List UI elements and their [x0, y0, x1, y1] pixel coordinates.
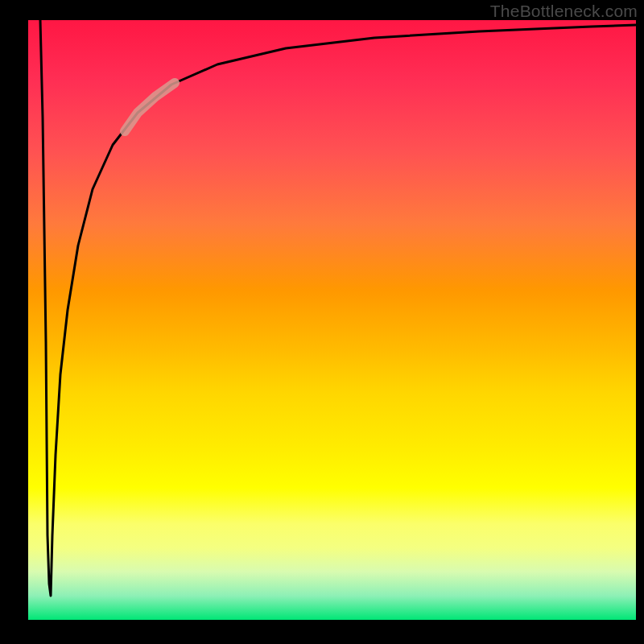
watermark-text: TheBottleneck.com	[490, 2, 638, 21]
highlight-segment	[125, 83, 175, 131]
chart-frame: TheBottleneck.com	[0, 0, 644, 644]
bottleneck-curve	[28, 20, 636, 620]
curve-path	[40, 20, 636, 596]
plot-area	[28, 20, 636, 620]
